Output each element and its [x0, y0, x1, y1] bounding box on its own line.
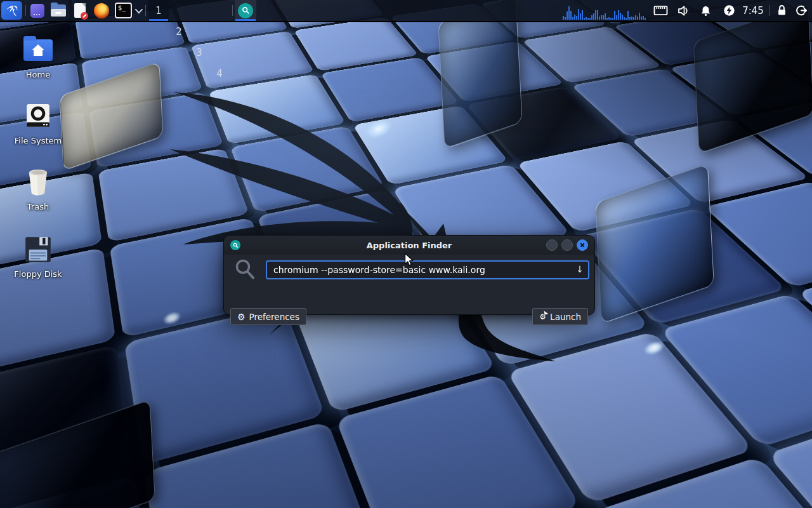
launcher-firefox[interactable] [93, 0, 110, 21]
workspace-label: 2 [176, 26, 182, 37]
preferences-label: Preferences [249, 312, 299, 322]
desktop-icon-label: Floppy Disk [4, 269, 72, 279]
panel-separator [145, 5, 146, 16]
search-icon [234, 258, 257, 282]
titlebar[interactable]: Application Finder [224, 236, 594, 255]
launcher-console[interactable] [29, 0, 46, 21]
panel-separator [25, 5, 26, 16]
ethernet-icon [653, 4, 668, 17]
kali-dragon-silhouette [165, 54, 584, 371]
appfinder-taskbar-button[interactable] [235, 0, 256, 21]
mouse-cursor [404, 253, 414, 267]
hard-drive-icon [4, 100, 72, 132]
logout-icon [796, 4, 808, 17]
minimize-button[interactable] [546, 239, 558, 251]
window-title: Application Finder [367, 241, 452, 250]
desktop-icon-label: File System [4, 136, 72, 145]
battery-power-icon [723, 4, 735, 17]
application-finder-window: Application Finder ↓ ⚙ Preferences [223, 235, 595, 315]
appfinder-titlebar-icon [230, 240, 240, 250]
launcher-terminal[interactable]: $_ [115, 3, 132, 18]
workspace-2-button[interactable]: 2 [169, 21, 189, 42]
lock-screen-button[interactable] [773, 0, 790, 21]
desktop-icon-file-system[interactable]: File System [4, 100, 72, 145]
clock-text: 7:45 [742, 5, 764, 17]
firefox-icon [94, 3, 109, 18]
workspace-3-button[interactable]: 3 [189, 42, 209, 63]
volume-icon [677, 4, 690, 17]
workspace-label: 4 [216, 68, 223, 79]
workspace-1-button[interactable]: 1 [148, 0, 169, 21]
chevron-down-icon [134, 6, 143, 14]
command-input[interactable] [266, 260, 589, 279]
command-entry: ↓ [266, 260, 589, 279]
text-editor-icon [74, 3, 86, 18]
file-manager-icon [51, 4, 66, 17]
home-folder-icon [4, 34, 72, 66]
desktop-root: Home File System [0, 0, 812, 508]
launcher-file-manager[interactable] [49, 0, 67, 21]
panel-clock[interactable]: 7:45 [738, 0, 768, 21]
workspace-4-button[interactable]: 4 [209, 63, 230, 84]
logout-button[interactable] [792, 0, 810, 21]
volume-tray-item[interactable] [674, 0, 693, 21]
gear-icon: ⚙ [237, 312, 246, 321]
desktop-icon-trash[interactable]: Trash [4, 166, 72, 211]
close-button[interactable] [577, 239, 588, 251]
launcher-text-editor[interactable] [71, 0, 89, 21]
run-icon: ⚙ [539, 313, 546, 321]
console-icon [30, 4, 44, 18]
desktop-icon-label: Trash [4, 202, 72, 211]
notifications-tray-item[interactable] [697, 0, 714, 21]
desktop-icon-label: Home [4, 70, 72, 79]
terminal-prompt-glyph: $_ [118, 4, 126, 11]
lock-icon [776, 4, 787, 17]
cpu-graph[interactable] [562, 0, 646, 21]
panel-separator [232, 5, 233, 16]
bell-icon [700, 4, 712, 17]
dropdown-arrow-icon[interactable]: ↓ [576, 264, 584, 274]
kali-menu-button[interactable] [1, 1, 22, 20]
workspace-label: 1 [155, 5, 162, 17]
floppy-disk-icon [4, 234, 72, 265]
launch-label: Launch [550, 312, 581, 322]
trash-bin-icon [4, 166, 72, 198]
desktop-icon-floppy-disk[interactable]: Floppy Disk [4, 234, 72, 279]
terminal-dropdown[interactable] [133, 0, 143, 21]
top-panel: $_ 1 2 3 4 [0, 0, 812, 22]
desktop-icon-home[interactable]: Home [4, 34, 72, 79]
workspace-label: 3 [196, 47, 202, 58]
panel-separator [769, 5, 770, 16]
kali-logo-icon [4, 3, 20, 18]
appfinder-icon [238, 3, 253, 18]
launch-button[interactable]: ⚙ Launch [532, 308, 588, 325]
power-manager-tray-item[interactable] [719, 0, 738, 21]
preferences-button[interactable]: ⚙ Preferences [230, 308, 306, 325]
maximize-button[interactable] [561, 239, 573, 251]
network-tray-item[interactable] [651, 0, 670, 21]
